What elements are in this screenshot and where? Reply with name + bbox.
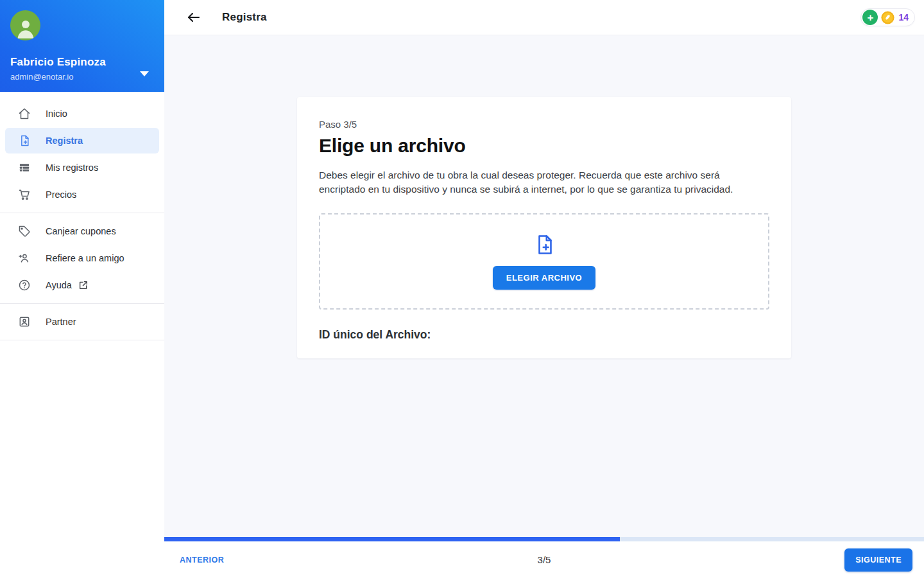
avatar	[10, 10, 40, 40]
cart-icon	[17, 188, 31, 202]
file-plus-icon	[17, 134, 31, 148]
divider	[0, 340, 164, 340]
sidebar-item-ayuda[interactable]: Ayuda	[5, 272, 159, 298]
person-add-icon	[17, 252, 31, 265]
page-title: Registra	[222, 11, 267, 24]
wizard-footer: ANTERIOR 3/5 SIGUIENTE	[164, 537, 924, 578]
add-credits-icon[interactable]: +	[862, 10, 878, 25]
arrow-left-icon	[186, 10, 201, 25]
sidebar-nav: Inicio Registra Mis regis	[0, 92, 164, 340]
wizard-description: Debes elegir el archivo de tu obra la cu…	[319, 168, 763, 197]
sidebar-item-label: Refiere a un amigo	[46, 253, 124, 263]
choose-file-button[interactable]: ELEGIR ARCHIVO	[493, 266, 595, 290]
progress-bar	[164, 537, 924, 541]
wizard-card: Paso 3/5 Elige un archivo Debes elegir e…	[297, 97, 791, 358]
user-panel[interactable]: Fabricio Espinoza admin@enotar.io	[0, 0, 164, 92]
divider	[0, 303, 164, 304]
sidebar-item-mis-registros[interactable]: Mis registros	[5, 155, 159, 180]
sidebar-item-canjear-cupones[interactable]: Canjear cupones	[5, 218, 159, 244]
table-list-icon	[17, 161, 31, 175]
person-icon	[13, 15, 38, 40]
external-link-icon	[78, 280, 89, 290]
file-plus-icon	[533, 233, 556, 256]
credits-badge[interactable]: + 14	[860, 8, 915, 26]
sidebar-item-refiere[interactable]: Refiere a un amigo	[5, 245, 159, 271]
sidebar-item-label: Precios	[46, 189, 76, 200]
sidebar: Fabricio Espinoza admin@enotar.io Inicio…	[0, 0, 164, 578]
sidebar-item-partner[interactable]: Partner	[5, 309, 159, 335]
sidebar-item-label: Inicio	[46, 109, 67, 119]
content: Paso 3/5 Elige un archivo Debes elegir e…	[164, 35, 924, 537]
file-dropzone[interactable]: ELEGIR ARCHIVO	[319, 213, 769, 310]
divider	[0, 213, 164, 213]
progress-fill	[164, 537, 620, 541]
user-email: admin@enotar.io	[10, 72, 154, 82]
help-icon	[17, 279, 31, 292]
sidebar-item-registra[interactable]: Registra	[5, 128, 159, 153]
previous-button[interactable]: ANTERIOR	[180, 556, 224, 565]
sidebar-item-label: Mis registros	[46, 162, 98, 173]
file-id-label: ID único del Archivo:	[319, 328, 769, 342]
credits-count: 14	[898, 12, 909, 22]
footer-bar: ANTERIOR 3/5 SIGUIENTE	[164, 541, 924, 578]
next-button[interactable]: SIGUIENTE	[844, 548, 912, 572]
sidebar-item-inicio[interactable]: Inicio	[5, 101, 159, 127]
chevron-down-icon[interactable]	[140, 71, 149, 76]
step-label: Paso 3/5	[319, 119, 769, 130]
sidebar-item-label: Registra	[46, 136, 83, 146]
main-area: Registra + 14 Paso 3/5 Elige un archivo …	[164, 0, 924, 578]
back-button[interactable]	[185, 8, 203, 26]
wizard-title: Elige un archivo	[319, 135, 769, 157]
sidebar-item-precios[interactable]: Precios	[5, 182, 159, 207]
home-icon	[17, 107, 31, 121]
sidebar-item-label: Partner	[46, 317, 76, 327]
sidebar-item-label: Ayuda	[46, 280, 72, 290]
topbar: Registra + 14	[164, 0, 924, 35]
id-badge-icon	[17, 315, 31, 329]
progress-step-text: 3/5	[538, 554, 551, 565]
coin-icon	[880, 10, 895, 25]
tag-icon	[17, 225, 31, 238]
sidebar-item-label: Canjear cupones	[46, 226, 116, 236]
user-name: Fabricio Espinoza	[10, 56, 154, 69]
